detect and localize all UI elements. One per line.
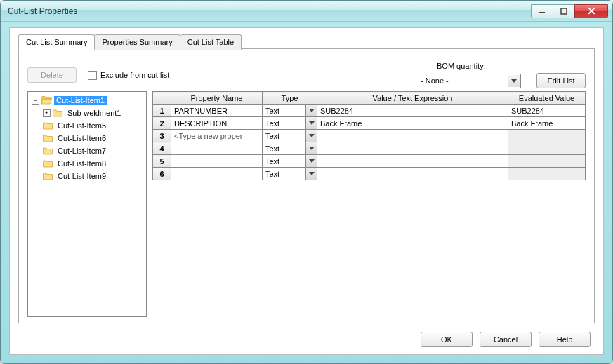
cell-property-name[interactable]: PARTNUMBER: [171, 105, 263, 117]
cell-property-name[interactable]: DESCRIPTION: [171, 117, 263, 130]
col-type[interactable]: Type: [263, 92, 317, 105]
row-number[interactable]: 2: [153, 117, 171, 130]
cell-type[interactable]: Text: [263, 155, 317, 168]
window-buttons: [532, 4, 608, 18]
delete-button[interactable]: Delete: [27, 67, 77, 83]
cell-value[interactable]: [317, 142, 508, 155]
ok-button[interactable]: OK: [421, 332, 473, 347]
col-property-name[interactable]: Property Name: [171, 92, 263, 105]
tab-panel: Delete Exclude from cut list BOM quantit…: [18, 48, 595, 323]
titlebar[interactable]: Cut-List Properties: [1, 1, 612, 22]
table-row[interactable]: 6Text: [153, 168, 586, 180]
content-row: − Cut-List-Item1 + Sub-weldment1: [27, 91, 586, 317]
help-button[interactable]: Help: [539, 332, 591, 347]
tree-node[interactable]: Cut-List-Item9: [30, 170, 144, 182]
tree-label[interactable]: Cut-List-Item6: [55, 134, 108, 142]
cell-type[interactable]: Text: [263, 168, 317, 180]
cell-evaluated: Back Frame: [508, 117, 586, 130]
tab-label: Cut List Summary: [26, 38, 87, 46]
cancel-button[interactable]: Cancel: [480, 332, 532, 347]
row-number[interactable]: 5: [153, 155, 171, 168]
tree-label[interactable]: Cut-List-Item9: [55, 172, 108, 180]
property-grid[interactable]: Property Name Type Value / Text Expressi…: [152, 91, 586, 180]
cell-type[interactable]: Text: [263, 117, 317, 130]
maximize-button[interactable]: [553, 4, 575, 18]
chevron-down-icon[interactable]: [305, 130, 317, 142]
dialog-buttons: OK Cancel Help: [421, 332, 591, 347]
window-title: Cut-List Properties: [8, 6, 532, 16]
cell-evaluated: [508, 130, 586, 142]
tree-node-root[interactable]: − Cut-List-Item1: [30, 94, 144, 107]
folder-icon: [43, 134, 53, 142]
exclude-checkbox[interactable]: [88, 71, 97, 80]
row-number[interactable]: 6: [153, 168, 171, 180]
tab-label: Properties Summary: [102, 38, 172, 46]
edit-list-button[interactable]: Edit List: [536, 73, 586, 88]
cell-evaluated: [508, 142, 586, 155]
cell-value[interactable]: Back Frame: [317, 117, 508, 130]
chevron-down-icon[interactable]: [305, 105, 317, 116]
row-number[interactable]: 3: [153, 130, 171, 142]
chevron-down-icon[interactable]: [305, 142, 317, 154]
tree-label[interactable]: Cut-List-Item8: [55, 159, 108, 168]
tab-cut-list-table[interactable]: Cut List Table: [180, 34, 242, 50]
table-row[interactable]: 5Text: [153, 155, 586, 168]
cell-value[interactable]: SUB2284: [317, 105, 508, 117]
row-number[interactable]: 1: [153, 105, 171, 117]
cell-type[interactable]: Text: [263, 105, 317, 117]
tree-node[interactable]: Cut-List-Item7: [30, 144, 144, 157]
svg-rect-1: [561, 8, 567, 14]
folder-icon: [43, 147, 53, 155]
exclude-label: Exclude from cut list: [100, 71, 169, 79]
expand-icon[interactable]: +: [43, 109, 51, 117]
tree-node[interactable]: Cut-List-Item8: [30, 157, 144, 170]
folder-icon: [43, 121, 53, 130]
cell-evaluated: [508, 168, 586, 180]
chevron-down-icon[interactable]: [305, 155, 317, 167]
tree-node[interactable]: Cut-List-Item6: [30, 132, 144, 144]
collapse-icon[interactable]: −: [32, 97, 39, 105]
cell-property-name[interactable]: <Type a new proper: [171, 130, 263, 142]
tree-node[interactable]: Cut-List-Item5: [30, 119, 144, 132]
bom-quantity-combo[interactable]: - None -: [416, 74, 521, 88]
table-row[interactable]: 3<Type a new properText: [153, 130, 586, 142]
cell-type[interactable]: Text: [263, 130, 317, 142]
cell-property-name[interactable]: [171, 168, 263, 180]
cell-value[interactable]: [317, 168, 508, 180]
tree-label[interactable]: Sub-weldment1: [65, 109, 123, 117]
table-row[interactable]: 2DESCRIPTIONTextBack FrameBack Frame: [153, 117, 586, 130]
table-row[interactable]: 1PARTNUMBERTextSUB2284SUB2284: [153, 105, 586, 117]
chevron-down-icon[interactable]: [305, 117, 317, 129]
property-grid-wrap: Property Name Type Value / Text Expressi…: [152, 91, 586, 317]
col-evaluated[interactable]: Evaluated Value: [508, 92, 586, 105]
tab-properties-summary[interactable]: Properties Summary: [95, 34, 180, 50]
tree-node-child[interactable]: + Sub-weldment1: [41, 107, 144, 119]
folder-open-icon: [41, 96, 52, 105]
close-button[interactable]: [574, 4, 608, 18]
folder-icon: [43, 159, 53, 168]
svg-rect-0: [539, 12, 545, 13]
chevron-down-icon[interactable]: [305, 168, 317, 180]
cut-list-tree[interactable]: − Cut-List-Item1 + Sub-weldment1: [27, 91, 147, 317]
cell-evaluated: SUB2284: [508, 105, 586, 117]
cell-value[interactable]: [317, 155, 508, 168]
dialog-window: Cut-List Properties Cut List Summary Pro…: [0, 0, 613, 364]
tab-cut-list-summary[interactable]: Cut List Summary: [18, 34, 95, 50]
tree-label[interactable]: Cut-List-Item1: [54, 96, 107, 105]
chevron-down-icon: [508, 75, 520, 87]
cell-value[interactable]: [317, 130, 508, 142]
cell-evaluated: [508, 155, 586, 168]
exclude-checkbox-container: Exclude from cut list: [88, 71, 169, 80]
folder-icon: [43, 172, 53, 180]
cell-property-name[interactable]: [171, 155, 263, 168]
row-number[interactable]: 4: [153, 142, 171, 155]
tree-label[interactable]: Cut-List-Item5: [55, 121, 108, 130]
cell-property-name[interactable]: [171, 142, 263, 155]
tree-label[interactable]: Cut-List-Item7: [55, 147, 108, 155]
top-toolbar: Delete Exclude from cut list BOM quantit…: [19, 49, 594, 95]
col-value[interactable]: Value / Text Expression: [317, 92, 508, 105]
cell-type[interactable]: Text: [263, 142, 317, 155]
minimize-button[interactable]: [531, 4, 553, 18]
table-row[interactable]: 4Text: [153, 142, 586, 155]
bom-quantity-label: BOM quantity:: [437, 62, 486, 70]
